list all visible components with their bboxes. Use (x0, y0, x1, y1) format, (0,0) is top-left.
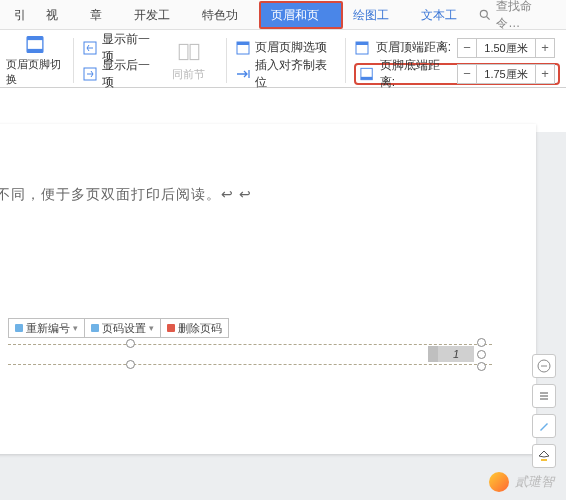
svg-point-0 (481, 10, 488, 17)
ribbon-tabs: 引 视图 章节 开发工具 特色功能 页眉和页脚 绘图工具 文本工具 查找命令… (0, 0, 566, 30)
page: 不同，便于多页双面打印后阅读。↩ ↩ 重新编号 ▾ 页码设置 ▾ 删除页码 1 (0, 124, 536, 454)
switch-label: 页眉页脚切换 (6, 57, 65, 87)
tabstop-label: 插入对齐制表位 (255, 57, 337, 91)
separator (345, 38, 346, 83)
floating-toolbar (532, 354, 558, 468)
brush-button[interactable] (532, 414, 556, 438)
delete-label: 删除页码 (178, 321, 222, 336)
svg-rect-10 (237, 42, 249, 45)
weibo-logo-icon (489, 472, 509, 492)
insert-tabstop-button[interactable]: 插入对齐制表位 (235, 63, 337, 85)
header-distance-spinner[interactable]: − 1.50厘米 + (457, 38, 555, 58)
footer-distance-minus[interactable]: − (458, 65, 476, 83)
svg-rect-20 (541, 459, 547, 461)
chevron-down-icon: ▾ (149, 323, 154, 333)
link-section-icon (176, 39, 202, 65)
selection-handle[interactable] (477, 362, 486, 371)
outline-button[interactable] (532, 384, 556, 408)
svg-line-1 (487, 16, 490, 19)
renumber-icon (15, 324, 23, 332)
prev-icon (82, 40, 98, 56)
show-next-label: 显示后一项 (102, 57, 160, 91)
footer-distance-icon (359, 66, 374, 82)
renumber-button[interactable]: 重新编号 ▾ (8, 318, 85, 338)
header-distance-label: 页眉顶端距离: (376, 39, 451, 56)
show-next-button[interactable]: 显示后一项 (82, 63, 160, 85)
header-footer-options-button[interactable]: 页眉页脚选项 (235, 37, 337, 59)
settings-icon (91, 324, 99, 332)
tab-chapters[interactable]: 章节 (80, 0, 124, 30)
search-placeholder: 查找命令… (496, 0, 556, 32)
tab-drawing-tools[interactable]: 绘图工具 (343, 0, 411, 30)
search-commands[interactable]: 查找命令… (478, 0, 562, 32)
tab-dev-tools[interactable]: 开发工具 (124, 0, 192, 30)
same-prev-label: 同前节 (172, 67, 205, 82)
tabstop-icon (235, 66, 251, 82)
svg-rect-4 (27, 49, 43, 53)
footer-distance-plus[interactable]: + (536, 65, 554, 83)
delete-page-number-button[interactable]: 删除页码 (161, 318, 229, 338)
tab-view[interactable]: 视图 (36, 0, 80, 30)
tab-header-footer[interactable]: 页眉和页脚 (259, 1, 343, 29)
ribbon: 页眉页脚切换 显示前一项 显示后一项 同前节 页眉页脚选项 插入对齐制表位 页眉… (0, 30, 566, 88)
header-distance-value[interactable]: 1.50厘米 (476, 39, 536, 57)
delete-icon (167, 324, 175, 332)
page-number-field[interactable]: 1 (428, 346, 474, 362)
document-text: 不同，便于多页双面打印后阅读。↩ ↩ (0, 186, 252, 204)
options-label: 页眉页脚选项 (255, 39, 327, 56)
footer-distance-value[interactable]: 1.75厘米 (476, 65, 536, 83)
minus-icon (537, 359, 551, 373)
selection-handle[interactable] (126, 360, 135, 369)
footer-distance-label: 页脚底端距离: (380, 57, 451, 91)
next-icon (82, 66, 98, 82)
tab-partial[interactable]: 引 (4, 0, 36, 30)
footer-guide-top (8, 344, 492, 345)
footer-distance-spinner[interactable]: − 1.75厘米 + (457, 64, 555, 84)
header-distance-icon (354, 40, 370, 56)
svg-rect-14 (361, 76, 372, 79)
page-settings-button[interactable]: 页码设置 ▾ (85, 318, 161, 338)
selection-handle[interactable] (126, 339, 135, 348)
show-prev-button[interactable]: 显示前一项 (82, 37, 160, 59)
highlight-icon (537, 449, 551, 463)
tab-features[interactable]: 特色功能 (192, 0, 260, 30)
header-distance-plus[interactable]: + (536, 39, 554, 57)
header-footer-switch-button[interactable]: 页眉页脚切换 (6, 34, 65, 87)
settings-label: 页码设置 (102, 321, 146, 336)
page-number-toolbar: 重新编号 ▾ 页码设置 ▾ 删除页码 (8, 318, 229, 338)
selection-handle[interactable] (477, 338, 486, 347)
selection-handle[interactable] (477, 350, 486, 359)
highlight-button[interactable] (532, 444, 556, 468)
document-canvas: 不同，便于多页双面打印后阅读。↩ ↩ 重新编号 ▾ 页码设置 ▾ 删除页码 1 (0, 132, 566, 500)
search-icon (478, 8, 492, 22)
switch-icon (22, 34, 48, 55)
separator (226, 38, 227, 83)
chevron-down-icon: ▾ (73, 323, 78, 333)
renumber-label: 重新编号 (26, 321, 70, 336)
svg-rect-12 (356, 42, 368, 45)
brush-icon (537, 419, 551, 433)
tab-text-tools[interactable]: 文本工具 (411, 0, 479, 30)
same-as-previous-button: 同前节 (160, 34, 219, 87)
svg-rect-3 (27, 37, 43, 41)
watermark: 貳璡智 (489, 472, 554, 492)
outline-icon (537, 389, 551, 403)
options-icon (235, 40, 251, 56)
footer-guide-bottom (8, 364, 492, 365)
svg-rect-7 (179, 44, 188, 59)
collapse-button[interactable] (532, 354, 556, 378)
svg-rect-8 (190, 44, 199, 59)
header-distance-minus[interactable]: − (458, 39, 476, 57)
separator (73, 38, 74, 83)
watermark-text: 貳璡智 (515, 473, 554, 491)
